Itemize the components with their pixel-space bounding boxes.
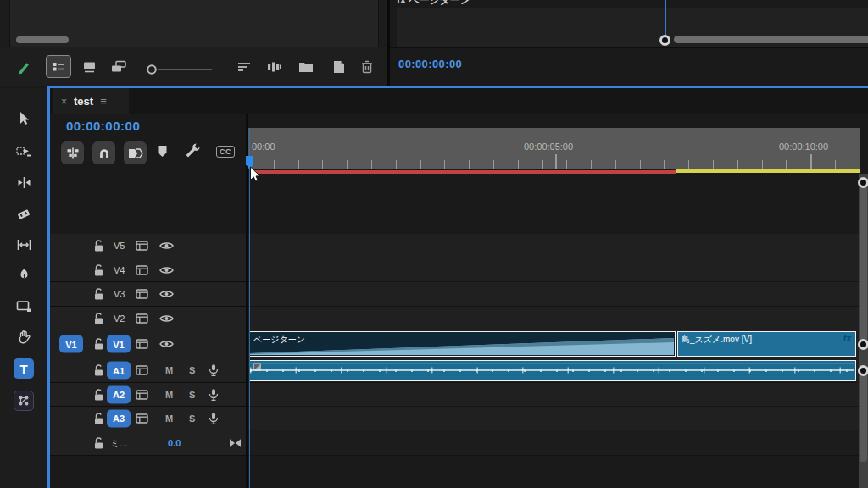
- eye-icon[interactable]: [159, 340, 174, 349]
- ripple-edit-tool[interactable]: [14, 172, 34, 192]
- track-lane-v2[interactable]: [248, 307, 860, 330]
- slip-tool[interactable]: [14, 235, 34, 255]
- project-horizontal-scrollbar[interactable]: [16, 36, 69, 43]
- lock-icon[interactable]: [93, 240, 104, 252]
- lock-icon[interactable]: [93, 263, 104, 276]
- track-lane-a3[interactable]: [248, 407, 860, 430]
- lock-icon[interactable]: [93, 388, 104, 401]
- scrollbar-handle-icon[interactable]: [858, 177, 868, 188]
- track-name[interactable]: V5: [114, 241, 125, 251]
- effect-controls-playhead[interactable]: [665, 0, 666, 40]
- track-target-v1[interactable]: V1: [107, 336, 131, 353]
- track-lane-a2[interactable]: [248, 383, 860, 407]
- list-view-button[interactable]: [46, 55, 71, 78]
- audio-scrollbar-thumb[interactable]: [860, 370, 867, 462]
- effect-row-clipped[interactable]: fx ページターン: [397, 0, 651, 8]
- eye-icon[interactable]: [159, 313, 174, 323]
- solo-button[interactable]: S: [189, 365, 195, 375]
- add-marker-button[interactable]: [157, 145, 168, 158]
- video-scrollbar-thumb[interactable]: [860, 182, 867, 344]
- panel-menu-icon[interactable]: ≡: [100, 95, 107, 108]
- icon-view-button[interactable]: [79, 58, 99, 76]
- lock-icon[interactable]: [93, 338, 104, 351]
- clip-bird-sparrow-video[interactable]: 鳥_スズメ.mov [V] fx: [677, 331, 856, 357]
- linked-selection-button[interactable]: [124, 141, 147, 164]
- mix-track-name[interactable]: ミ...: [110, 436, 127, 449]
- major-tick: [555, 154, 557, 169]
- track-name[interactable]: V2: [114, 313, 125, 324]
- new-bin-folder-icon[interactable]: [296, 58, 316, 76]
- voiceover-mic-icon[interactable]: [209, 364, 219, 377]
- effect-controls-timecode[interactable]: 00:00:00:00: [398, 58, 462, 70]
- new-item-icon[interactable]: [328, 58, 348, 76]
- voiceover-mic-icon[interactable]: [209, 412, 219, 424]
- track-target-a3[interactable]: A3: [107, 409, 131, 427]
- pen-tool[interactable]: [14, 264, 34, 285]
- lock-icon[interactable]: [93, 364, 104, 377]
- pan-bowtie-icon[interactable]: [229, 438, 242, 447]
- track-lane-v4[interactable]: [248, 258, 860, 282]
- sync-lock-icon[interactable]: [136, 390, 148, 400]
- track-lane-v5[interactable]: [248, 234, 860, 258]
- razor-tool[interactable]: [14, 203, 34, 224]
- sync-lock-icon[interactable]: [136, 313, 148, 324]
- sync-lock-icon[interactable]: [136, 265, 148, 275]
- lock-icon[interactable]: [93, 312, 104, 324]
- solo-button[interactable]: S: [189, 390, 195, 400]
- mute-button[interactable]: M: [165, 390, 173, 400]
- track-select-forward-tool[interactable]: [14, 141, 34, 161]
- timeline-tab-bar: × test ≡: [50, 88, 868, 114]
- track-target-a1[interactable]: A1: [107, 362, 131, 380]
- track-lane-v3[interactable]: [248, 282, 860, 307]
- effect-controls-scrollbar[interactable]: [674, 36, 868, 43]
- tab-close-icon[interactable]: ×: [61, 96, 67, 108]
- lock-icon[interactable]: [93, 436, 104, 449]
- track-name[interactable]: V3: [114, 289, 125, 299]
- mute-button[interactable]: M: [165, 365, 173, 375]
- lock-icon[interactable]: [93, 288, 104, 301]
- eye-icon[interactable]: [159, 265, 174, 274]
- snap-magnet-button[interactable]: [92, 141, 115, 164]
- eye-icon[interactable]: [159, 241, 174, 251]
- master-gain-value[interactable]: 0.0: [168, 438, 181, 448]
- node-graph-tool[interactable]: [14, 391, 34, 411]
- sync-lock-icon[interactable]: [136, 289, 148, 299]
- scrollbar-handle-icon[interactable]: [858, 365, 868, 376]
- automate-to-sequence-icon[interactable]: [264, 58, 285, 76]
- captions-button[interactable]: CC: [216, 146, 235, 158]
- clip-bird-sparrow-audio[interactable]: [249, 360, 856, 381]
- project-toolbar: [0, 47, 387, 86]
- hand-tool[interactable]: [14, 326, 34, 347]
- freeform-view-button[interactable]: [108, 58, 129, 76]
- tab-test[interactable]: × test ≡: [53, 88, 129, 114]
- nest-toggle-button[interactable]: [61, 141, 84, 164]
- ruler-label-10s: 00:00:10:00: [779, 141, 828, 152]
- timeline-playhead-timecode[interactable]: 00:00:00:00: [66, 119, 140, 133]
- trash-icon[interactable]: [357, 58, 377, 76]
- timeline-settings-wrench-button[interactable]: [185, 142, 201, 158]
- zoom-slider-handle[interactable]: [146, 64, 158, 75]
- sync-lock-icon[interactable]: [136, 339, 148, 349]
- track-header-v4: V4: [50, 258, 246, 282]
- sync-lock-icon[interactable]: [136, 413, 148, 424]
- sync-lock-icon[interactable]: [136, 241, 148, 251]
- scrollbar-handle-icon[interactable]: [659, 35, 670, 46]
- clip-page-turn-transition[interactable]: ページターン: [249, 331, 676, 357]
- track-lane-mix[interactable]: [248, 430, 860, 456]
- type-tool[interactable]: T: [14, 358, 34, 379]
- voiceover-mic-icon[interactable]: [209, 388, 219, 401]
- sync-lock-icon[interactable]: [136, 365, 148, 375]
- selection-tool[interactable]: [14, 108, 34, 129]
- zoom-slider-track[interactable]: [158, 69, 212, 70]
- source-patch-v1[interactable]: V1: [59, 336, 83, 353]
- scrollbar-handle-icon[interactable]: [858, 339, 868, 350]
- eye-icon[interactable]: [159, 290, 174, 299]
- track-name[interactable]: V4: [114, 265, 125, 275]
- lock-icon[interactable]: [93, 412, 104, 424]
- solo-button[interactable]: S: [189, 413, 195, 424]
- rectangle-tool[interactable]: [14, 296, 34, 316]
- sort-icon[interactable]: [234, 58, 254, 76]
- timeline-ruler[interactable]: 00:00 00:00:05:00 00:00:10:00: [248, 128, 860, 169]
- mute-button[interactable]: M: [165, 413, 173, 424]
- track-target-a2[interactable]: A2: [107, 385, 131, 403]
